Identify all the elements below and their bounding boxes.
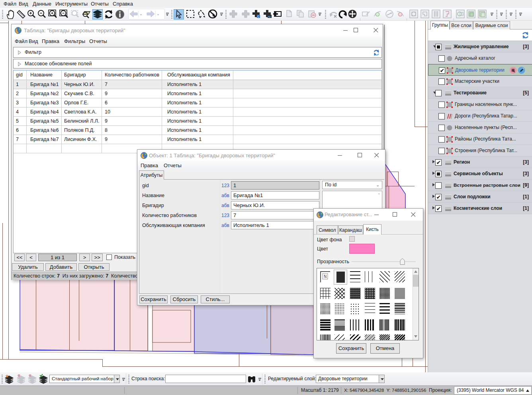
svg-text:xy: xy [268, 15, 271, 18]
svg-text:N: N [324, 274, 327, 279]
svg-text:C: C [257, 15, 259, 18]
